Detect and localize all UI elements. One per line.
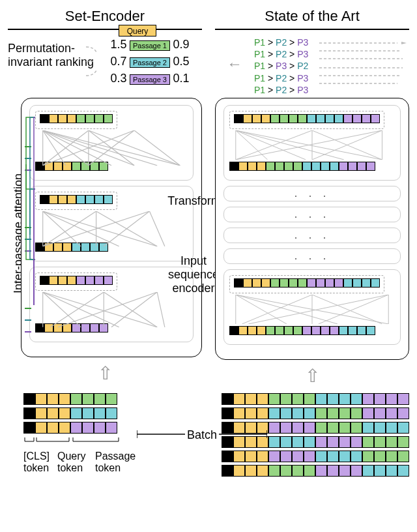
svg-line-19	[43, 211, 96, 246]
svg-line-40	[236, 130, 312, 160]
svg-line-37	[236, 130, 306, 160]
svg-line-53	[248, 295, 388, 324]
svg-marker-0	[401, 42, 407, 44]
right-title: State of the Art	[215, 8, 409, 25]
sota-encoder-top	[223, 105, 401, 181]
svg-line-11	[89, 130, 180, 166]
batch-row	[23, 407, 208, 419]
svg-line-23	[104, 211, 149, 246]
svg-line-16	[43, 211, 81, 246]
cls-token-label: [CLS] token	[23, 451, 53, 474]
up-arrow-icon: ⇧	[215, 365, 409, 387]
divider	[8, 29, 202, 30]
svg-line-26	[43, 292, 81, 327]
right-transformer-box: . . . . . . . . . . . .	[215, 98, 409, 360]
svg-line-31	[104, 292, 157, 327]
query-token-label: Query token	[57, 451, 91, 474]
svg-line-28	[43, 292, 157, 327]
svg-line-17	[43, 211, 119, 246]
batch-row	[222, 407, 409, 419]
svg-line-50	[242, 295, 312, 324]
query-legend: Query	[119, 25, 158, 38]
left-title: Set-Encoder	[8, 8, 202, 25]
seq-encoder-1	[29, 105, 194, 181]
sota-placeholder: . . .	[223, 228, 401, 243]
batch-row	[23, 393, 208, 405]
passage-token-label: Passage token	[95, 451, 142, 474]
batch-label: Batch	[137, 428, 267, 442]
svg-line-34	[157, 292, 165, 327]
svg-line-47	[236, 295, 287, 324]
svg-line-29	[50, 292, 104, 327]
svg-line-6	[43, 130, 157, 166]
svg-line-24	[149, 211, 164, 246]
up-arrow-icon: ⇧	[8, 362, 202, 384]
underbrace-icon	[23, 436, 134, 448]
batch-row	[222, 465, 409, 477]
left-transformer-box	[21, 98, 202, 357]
batch-row	[222, 451, 409, 462]
sota-placeholder: . . .	[223, 207, 401, 222]
sota-placeholder: . . .	[223, 248, 401, 264]
sota-encoder-bottom	[223, 269, 401, 345]
svg-line-33	[111, 292, 157, 327]
svg-line-54	[319, 295, 388, 324]
divider	[215, 29, 409, 30]
batch-row	[222, 393, 409, 405]
dashed-connectors-icon	[8, 38, 417, 98]
sota-placeholder: . . .	[223, 186, 401, 201]
